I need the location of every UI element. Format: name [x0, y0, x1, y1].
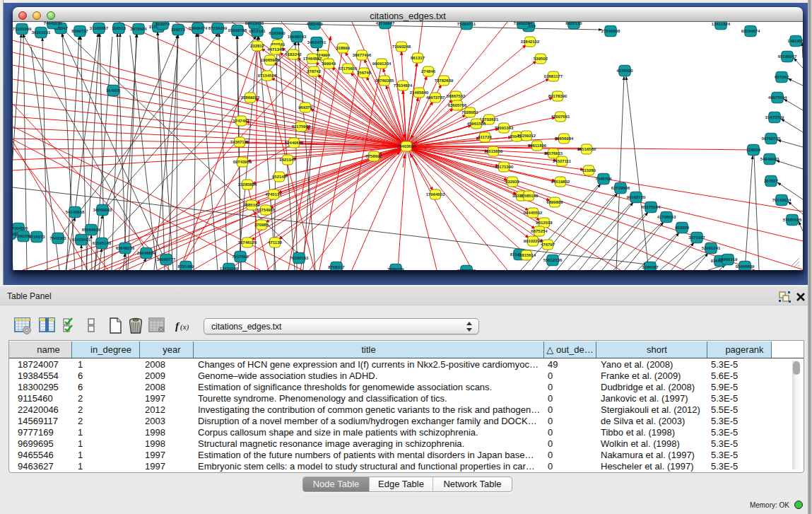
svg-text:93534874: 93534874 — [741, 29, 760, 33]
svg-text:58867533: 58867533 — [447, 94, 466, 98]
svg-text:6183242: 6183242 — [285, 52, 302, 57]
svg-text:34624751: 34624751 — [307, 40, 326, 45]
svg-text:89178390: 89178390 — [548, 94, 567, 98]
svg-text:54145868: 54145868 — [66, 210, 85, 214]
svg-text:1491905: 1491905 — [787, 39, 803, 43]
svg-text:8721489: 8721489 — [177, 264, 194, 269]
svg-text:274846: 274846 — [421, 69, 436, 74]
svg-text:164005: 164005 — [106, 88, 121, 93]
svg-text:399049: 399049 — [322, 62, 336, 66]
svg-text:31165667: 31165667 — [90, 26, 109, 30]
svg-text:615280: 615280 — [582, 168, 596, 173]
svg-text:45961586: 45961586 — [467, 122, 486, 126]
svg-text:36995777: 36995777 — [157, 257, 176, 262]
svg-text:4082400: 4082400 — [306, 22, 323, 26]
svg-text:969379: 969379 — [298, 105, 313, 110]
svg-text:17964053: 17964053 — [426, 192, 445, 197]
svg-text:74367136: 74367136 — [230, 140, 249, 144]
svg-text:0812191: 0812191 — [249, 29, 266, 33]
svg-text:823374: 823374 — [155, 22, 170, 26]
svg-text:370985: 370985 — [254, 223, 269, 227]
svg-text:539502: 539502 — [534, 57, 548, 61]
svg-text:71331509: 71331509 — [13, 27, 32, 31]
svg-text:31585149: 31585149 — [519, 194, 539, 198]
svg-text:31746120: 31746120 — [238, 240, 257, 245]
svg-text:16998543: 16998543 — [288, 35, 307, 39]
svg-text:4471349: 4471349 — [267, 47, 284, 52]
svg-text:17464887: 17464887 — [303, 57, 322, 61]
svg-text:42710947: 42710947 — [376, 22, 395, 25]
svg-text:94519832: 94519832 — [551, 180, 570, 184]
svg-text:9612018: 9612018 — [536, 221, 553, 225]
svg-text:02606474: 02606474 — [189, 26, 208, 30]
svg-text:9421047: 9421047 — [279, 158, 296, 162]
svg-text:89413435: 89413435 — [245, 22, 264, 25]
svg-text:82175946: 82175946 — [292, 124, 311, 129]
svg-text:05466889: 05466889 — [736, 264, 755, 269]
svg-text:29946804: 29946804 — [137, 251, 156, 255]
svg-text:57885685: 57885685 — [783, 218, 802, 222]
svg-text:54948083: 54948083 — [760, 157, 779, 161]
svg-text:65569816: 65569816 — [82, 228, 101, 232]
svg-text:611724: 611724 — [478, 135, 492, 139]
svg-text:49972787: 49972787 — [426, 95, 445, 100]
svg-text:07154516: 07154516 — [258, 74, 277, 78]
svg-text:43815614: 43815614 — [517, 253, 536, 257]
svg-text:471138: 471138 — [268, 240, 282, 245]
svg-text:65375564: 65375564 — [642, 205, 661, 209]
svg-text:128059: 128059 — [746, 148, 761, 152]
svg-text:861317: 861317 — [411, 56, 425, 60]
svg-text:70143634: 70143634 — [772, 198, 792, 202]
svg-text:52991241: 52991241 — [702, 246, 721, 250]
svg-text:99102290: 99102290 — [524, 239, 543, 243]
svg-text:326773: 326773 — [171, 28, 186, 32]
svg-text:34060883: 34060883 — [93, 208, 112, 212]
svg-text:3872624: 3872624 — [130, 27, 147, 31]
svg-text:f: f — [175, 320, 180, 332]
svg-text:6758692: 6758692 — [365, 154, 382, 158]
svg-text:71093248: 71093248 — [392, 45, 411, 49]
svg-text:05009788: 05009788 — [228, 28, 247, 33]
svg-text:08760385: 08760385 — [375, 78, 394, 83]
svg-text:3685160: 3685160 — [243, 203, 260, 207]
svg-text:3271937: 3271937 — [688, 235, 705, 240]
svg-text:21465840: 21465840 — [410, 90, 429, 95]
svg-text:27849808: 27849808 — [601, 29, 620, 33]
svg-text:09743953: 09743953 — [233, 160, 252, 164]
svg-text:6193990: 6193990 — [269, 31, 286, 35]
svg-text:68727743: 68727743 — [457, 269, 476, 270]
svg-text:36576615: 36576615 — [544, 151, 563, 156]
svg-text:02681177: 02681177 — [544, 74, 563, 78]
svg-text:87234309: 87234309 — [208, 26, 228, 30]
svg-text:88516560: 88516560 — [577, 147, 596, 151]
svg-text:67175655: 67175655 — [339, 66, 358, 71]
svg-text:7889579: 7889579 — [387, 267, 404, 270]
svg-text:003309: 003309 — [675, 226, 690, 230]
svg-text:12411824: 12411824 — [712, 22, 731, 26]
svg-text:71159212: 71159212 — [517, 134, 536, 138]
svg-text:78403690: 78403690 — [397, 144, 416, 148]
svg-text:73515850: 73515850 — [484, 149, 503, 153]
svg-text:59440640: 59440640 — [285, 141, 304, 145]
svg-text:7028951: 7028951 — [461, 110, 478, 115]
svg-text:23869222: 23869222 — [241, 95, 260, 100]
svg-text:01429401: 01429401 — [72, 238, 91, 242]
svg-text:50752735: 50752735 — [762, 136, 781, 141]
svg-text:657262: 657262 — [775, 75, 789, 79]
svg-text:952145: 952145 — [272, 175, 287, 179]
svg-text:4278680: 4278680 — [616, 69, 633, 73]
svg-text:54527111: 54527111 — [553, 159, 572, 163]
svg-text:89611836: 89611836 — [528, 144, 547, 148]
svg-text:76320163: 76320163 — [290, 256, 309, 260]
svg-text:8708317: 8708317 — [328, 265, 345, 269]
svg-text:532931: 532931 — [505, 180, 520, 184]
svg-text:65648236: 65648236 — [116, 246, 135, 250]
svg-text:19065940: 19065940 — [261, 58, 280, 62]
svg-text:62729806: 62729806 — [611, 186, 630, 190]
svg-text:41708053: 41708053 — [657, 215, 676, 219]
svg-text:99091334: 99091334 — [372, 62, 392, 66]
svg-text:02445502: 02445502 — [524, 211, 543, 215]
svg-text:256746: 256746 — [357, 71, 372, 75]
svg-text:49877694: 49877694 — [768, 95, 787, 100]
svg-text:61595148: 61595148 — [93, 241, 112, 245]
